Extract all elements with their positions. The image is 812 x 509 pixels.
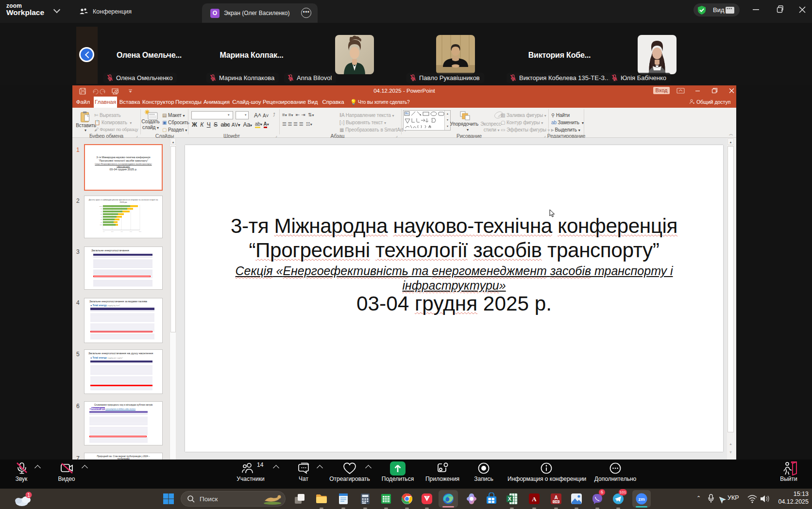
svg-text:Ірл.: Ірл. — [101, 208, 102, 210]
svg-text:Авс.: Авс. — [100, 222, 102, 223]
svg-text:Нім.: Нім. — [100, 213, 102, 215]
svg-text:60%: 60% — [130, 231, 133, 232]
svg-text:A: A — [532, 495, 537, 503]
svg-text:Нід.: Нід. — [100, 219, 102, 220]
svg-text:40%: 40% — [120, 231, 123, 232]
svg-text:zm: zm — [638, 496, 644, 502]
svg-text:Гр.: Гр. — [101, 216, 103, 218]
svg-text:X: X — [508, 496, 512, 502]
svg-text:CAD: CAD — [554, 500, 559, 503]
svg-text:Данія: Данія — [100, 206, 103, 207]
svg-text:A: A — [554, 495, 558, 500]
svg-text:Ісп.: Ісп. — [101, 211, 102, 213]
svg-text:0%: 0% — [103, 231, 105, 232]
svg-text:Вел.: Вел. — [100, 224, 102, 226]
svg-text:1: 1 — [27, 493, 30, 498]
svg-text:20%: 20% — [111, 231, 114, 232]
svg-text:80%: 80% — [139, 231, 142, 232]
